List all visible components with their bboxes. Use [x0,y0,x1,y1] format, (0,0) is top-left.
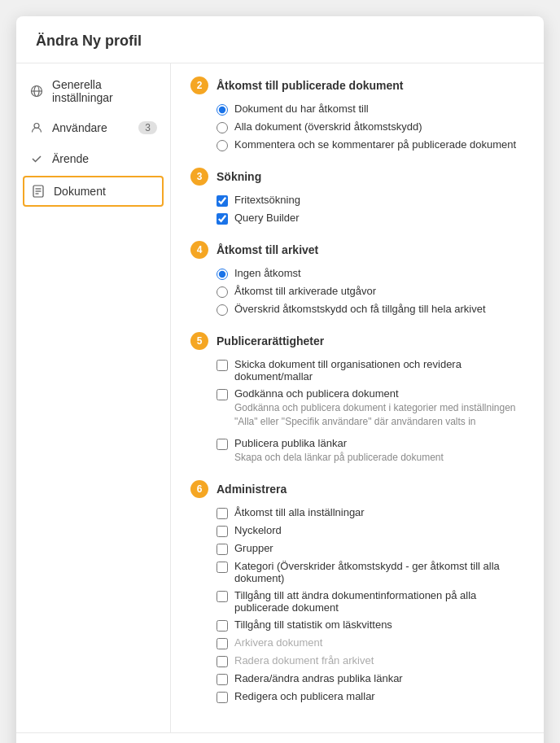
arkiv-radio-2[interactable] [217,286,228,298]
sidebar-label-dokument: Dokument [54,185,106,198]
sokning-checkbox-2[interactable] [217,213,228,225]
check-icon [29,151,44,166]
admin-label-6: Tillgång till statistik om läskvittens [234,618,392,631]
admin-option-9[interactable]: Radera/ändra andras publika länkar [217,672,524,685]
section-arkiv: 4 Åtkomst till arkivet Ingen åtkomst Åtk… [190,241,524,316]
access-option-3[interactable]: Kommentera och se kommentarer på publice… [217,138,524,151]
arkiv-option-1[interactable]: Ingen åtkomst [217,267,524,280]
title-bold: Ny profil [82,33,142,49]
arkiv-label-1: Ingen åtkomst [234,267,301,279]
section-access-title: Åtkomst till publicerade dokument [217,79,403,92]
sidebar-item-general[interactable]: Generella inställningar [16,70,170,112]
arkiv-label-2: Åtkomst till arkiverade utgåvor [234,285,376,297]
modal-title: Ändra Ny profil [36,33,524,50]
step-badge-2: 2 [190,76,208,94]
sidebar-item-arende[interactable]: Ärende [16,143,170,174]
sokning-label-1: Fritextsökning [234,194,300,206]
sidebar: Generella inställningar Användare 3 Ären… [16,63,171,732]
modal: Ändra Ny profil Generella inställningar … [16,16,544,743]
access-option-2[interactable]: Alla dokument (överskrid åtkomstskydd) [217,120,524,133]
sokning-label-2: Query Builder [234,212,299,224]
admin-checkbox-2[interactable] [217,526,228,537]
admin-option-6[interactable]: Tillgång till statistik om läskvittens [217,618,524,632]
admin-label-4: Kategori (Överskrider åtkomstskydd - ger… [234,560,524,584]
pub-option-1[interactable]: Skicka dokument till organisationen och … [217,358,524,382]
admin-checkbox-10[interactable] [217,692,228,703]
admin-checkbox-8[interactable] [217,656,228,667]
document-icon [31,184,46,199]
arkiv-radio-1[interactable] [217,269,228,280]
modal-footer: Avbryt Spara [16,732,544,743]
section-pub: 5 Publicerarättigheter Skicka dokument t… [190,332,524,464]
admin-checkbox-9[interactable] [217,674,228,685]
admin-option-7[interactable]: Arkivera dokument [217,636,524,649]
access-label-2: Alla dokument (överskrid åtkomstskydd) [234,120,422,133]
arkiv-option-2[interactable]: Åtkomst till arkiverade utgåvor [217,285,524,298]
pub-checkbox-3[interactable] [217,439,228,450]
access-options: Dokument du har åtkomst till Alla dokume… [190,103,524,151]
section-admin-header: 6 Administrera [190,480,524,498]
pub-option-3[interactable]: Publicera publika länkar Skapa och dela … [217,437,524,465]
step-badge-5: 5 [190,332,208,350]
section-arkiv-header: 4 Åtkomst till arkivet [190,241,524,259]
step-badge-3: 3 [190,168,208,186]
section-admin: 6 Administrera Åtkomst till alla inställ… [190,480,524,703]
main-content: 2 Åtkomst till publicerade dokument Doku… [171,63,544,732]
admin-checkbox-7[interactable] [217,638,228,649]
pub-option-2-desc-group: Godkänna och publicera dokument Godkänna… [234,387,524,429]
section-admin-title: Administrera [217,483,287,496]
admin-label-8: Radera dokument från arkivet [234,654,374,667]
admin-label-5: Tillgång till att ändra dokumentinformat… [234,589,524,614]
user-icon [29,120,44,135]
admin-label-7: Arkivera dokument [234,636,322,649]
arkiv-option-3[interactable]: Överskrid åtkomstskydd och få tillgång t… [217,303,524,316]
admin-checkbox-3[interactable] [217,544,228,555]
admin-label-3: Grupper [234,542,273,554]
access-radio-2[interactable] [217,122,228,133]
sokning-option-1[interactable]: Fritextsökning [217,194,524,207]
section-sokning-title: Sökning [217,170,261,183]
section-sokning: 3 Sökning Fritextsökning Query Builder [190,168,524,225]
admin-option-4[interactable]: Kategori (Överskrider åtkomstskydd - ger… [217,560,524,584]
admin-option-5[interactable]: Tillgång till att ändra dokumentinformat… [217,589,524,614]
section-access-header: 2 Åtkomst till publicerade dokument [190,76,524,94]
pub-option-2[interactable]: Godkänna och publicera dokument Godkänna… [217,387,524,429]
sidebar-item-dokument[interactable]: Dokument [23,176,164,207]
pub-label-3: Publicera publika länkar [234,437,444,449]
admin-checkbox-5[interactable] [217,591,228,602]
pub-desc-2: Godkänna och publicera dokument i katego… [234,401,524,429]
admin-option-10[interactable]: Redigera och publicera mallar [217,690,524,703]
step-badge-6: 6 [190,480,208,498]
sidebar-item-users[interactable]: Användare 3 [16,112,170,143]
admin-label-2: Nyckelord [234,524,282,536]
admin-option-8[interactable]: Radera dokument från arkivet [217,654,524,667]
admin-checkbox-6[interactable] [217,620,228,632]
title-prefix: Ändra [36,33,82,49]
sokning-option-2[interactable]: Query Builder [217,212,524,225]
arkiv-options: Ingen åtkomst Åtkomst till arkiverade ut… [190,267,524,316]
pub-options: Skicka dokument till organisationen och … [190,358,524,464]
pub-checkbox-2[interactable] [217,389,228,400]
globe-icon [29,84,44,98]
section-pub-header: 5 Publicerarättigheter [190,332,524,350]
modal-header: Ändra Ny profil [16,16,544,63]
admin-option-3[interactable]: Grupper [217,542,524,555]
section-arkiv-title: Åtkomst till arkivet [217,243,318,256]
modal-body: Generella inställningar Användare 3 Ären… [16,63,544,732]
admin-option-2[interactable]: Nyckelord [217,524,524,537]
arkiv-radio-3[interactable] [217,304,228,316]
admin-checkbox-4[interactable] [217,562,228,573]
arkiv-label-3: Överskrid åtkomstskydd och få tillgång t… [234,303,486,315]
sokning-checkbox-1[interactable] [217,195,228,207]
access-radio-3[interactable] [217,140,228,151]
admin-label-9: Radera/ändra andras publika länkar [234,672,403,684]
section-access: 2 Åtkomst till publicerade dokument Doku… [190,76,524,151]
pub-checkbox-1[interactable] [217,360,228,371]
access-option-1[interactable]: Dokument du har åtkomst till [217,103,524,116]
admin-option-1[interactable]: Åtkomst till alla inställningar [217,506,524,519]
pub-desc-3: Skapa och dela länkar på publicerade dok… [234,451,444,465]
sidebar-label-users: Användare [52,121,107,134]
access-label-1: Dokument du har åtkomst till [234,103,369,115]
access-radio-1[interactable] [217,104,228,116]
admin-checkbox-1[interactable] [217,508,228,519]
